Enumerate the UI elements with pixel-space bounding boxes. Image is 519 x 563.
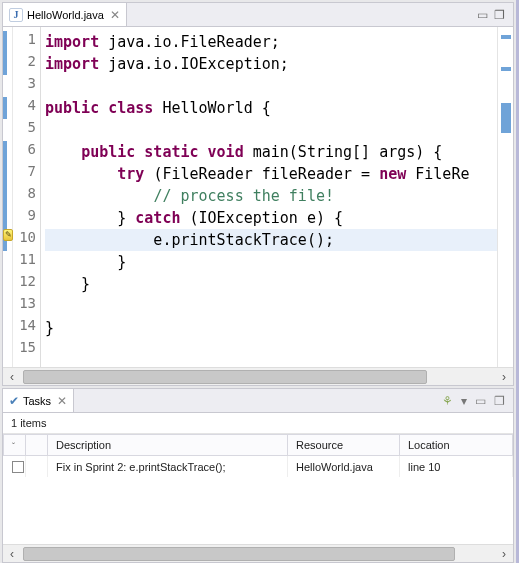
code-line[interactable]: } bbox=[45, 251, 497, 273]
line-number-gutter[interactable]: 123456789101112131415 bbox=[13, 27, 41, 367]
minimize-icon[interactable]: ▭ bbox=[475, 394, 486, 408]
tasks-horizontal-scrollbar[interactable]: ‹ › bbox=[3, 544, 513, 562]
overview-ruler[interactable] bbox=[497, 27, 513, 367]
close-icon[interactable]: ✕ bbox=[55, 394, 67, 408]
column-header-complete[interactable]: ˇ bbox=[4, 435, 26, 456]
line-number[interactable]: 10 bbox=[13, 229, 36, 251]
scroll-right-icon[interactable]: › bbox=[495, 547, 513, 561]
marker-strip[interactable]: ✎ bbox=[3, 27, 13, 367]
scroll-thumb[interactable] bbox=[23, 547, 455, 561]
line-number[interactable]: 2 bbox=[13, 53, 36, 75]
column-header-location[interactable]: Location bbox=[400, 435, 513, 456]
code-area[interactable]: import java.io.FileReader;import java.io… bbox=[41, 27, 497, 367]
checkbox[interactable] bbox=[12, 461, 24, 473]
editor-tab-label: HelloWorld.java bbox=[27, 9, 104, 21]
cell-location: line 10 bbox=[400, 456, 513, 478]
table-header-row: ˇ Description Resource Location bbox=[4, 435, 513, 456]
column-header-resource[interactable]: Resource bbox=[288, 435, 400, 456]
minimize-icon[interactable]: ▭ bbox=[477, 8, 488, 22]
cell-description: Fix in Sprint 2: e.printStackTrace(); bbox=[48, 456, 288, 478]
editor-horizontal-scrollbar[interactable]: ‹ › bbox=[3, 367, 513, 385]
code-line[interactable]: } bbox=[45, 273, 497, 295]
tasks-toolbar: ⚘ ▾ ▭ ❐ bbox=[434, 394, 513, 408]
tasks-pane: ✔ Tasks ✕ ⚘ ▾ ▭ ❐ 1 items ˇ Description … bbox=[2, 388, 514, 563]
code-line[interactable] bbox=[45, 295, 497, 317]
editor-toolbar: ▭ ❐ bbox=[469, 8, 513, 22]
editor-pane: J HelloWorld.java ✕ ▭ ❐ ✎ 12345678910111… bbox=[2, 2, 514, 386]
scroll-left-icon[interactable]: ‹ bbox=[3, 370, 21, 384]
line-number[interactable]: 9 bbox=[13, 207, 36, 229]
cell-priority bbox=[26, 456, 48, 478]
line-number[interactable]: 1 bbox=[13, 31, 36, 53]
cell-complete[interactable] bbox=[4, 456, 26, 478]
column-header-priority[interactable] bbox=[26, 435, 48, 456]
column-header-description[interactable]: Description bbox=[48, 435, 288, 456]
maximize-icon[interactable]: ❐ bbox=[494, 8, 505, 22]
tasks-tab[interactable]: ✔ Tasks ✕ bbox=[3, 389, 74, 412]
line-number[interactable]: 6 bbox=[13, 141, 36, 163]
task-marker-icon[interactable]: ✎ bbox=[3, 229, 13, 241]
cell-resource: HelloWorld.java bbox=[288, 456, 400, 478]
scroll-track[interactable] bbox=[23, 547, 493, 561]
line-number[interactable]: 12 bbox=[13, 273, 36, 295]
code-line[interactable]: try (FileReader fileReader = new FileRe bbox=[45, 163, 497, 185]
line-number[interactable]: 14 bbox=[13, 317, 36, 339]
tasks-count: 1 items bbox=[3, 413, 513, 434]
java-file-icon: J bbox=[9, 8, 23, 22]
code-line[interactable]: public class HelloWorld { bbox=[45, 97, 497, 119]
line-number[interactable]: 5 bbox=[13, 119, 36, 141]
code-line[interactable]: import java.io.FileReader; bbox=[45, 31, 497, 53]
tasks-table: ˇ Description Resource Location Fix in S… bbox=[3, 434, 513, 477]
code-line[interactable]: import java.io.IOException; bbox=[45, 53, 497, 75]
line-number[interactable]: 13 bbox=[13, 295, 36, 317]
code-line[interactable] bbox=[45, 339, 497, 361]
editor-body: ✎ 123456789101112131415 import java.io.F… bbox=[3, 27, 513, 367]
view-menu-icon[interactable]: ▾ bbox=[461, 394, 467, 408]
line-number[interactable]: 4 bbox=[13, 97, 36, 119]
tasks-tab-label: Tasks bbox=[23, 395, 51, 407]
tasks-icon: ✔ bbox=[9, 394, 19, 408]
editor-tab-helloworld[interactable]: J HelloWorld.java ✕ bbox=[3, 3, 127, 26]
line-number[interactable]: 7 bbox=[13, 163, 36, 185]
scroll-left-icon[interactable]: ‹ bbox=[3, 547, 21, 561]
code-line[interactable]: // process the file! bbox=[45, 185, 497, 207]
maximize-icon[interactable]: ❐ bbox=[494, 394, 505, 408]
close-icon[interactable]: ✕ bbox=[108, 8, 120, 22]
tasks-body: 1 items ˇ Description Resource Location … bbox=[3, 413, 513, 544]
code-line[interactable]: e.printStackTrace(); bbox=[45, 229, 497, 251]
scroll-track[interactable] bbox=[23, 370, 493, 384]
code-line[interactable]: } bbox=[45, 317, 497, 339]
code-line[interactable]: public static void main(String[] args) { bbox=[45, 141, 497, 163]
tasks-tab-row: ✔ Tasks ✕ ⚘ ▾ ▭ ❐ bbox=[3, 389, 513, 413]
line-number[interactable]: 8 bbox=[13, 185, 36, 207]
code-line[interactable] bbox=[45, 119, 497, 141]
scroll-thumb[interactable] bbox=[23, 370, 427, 384]
editor-tab-row: J HelloWorld.java ✕ ▭ ❐ bbox=[3, 3, 513, 27]
code-line[interactable] bbox=[45, 75, 497, 97]
filter-icon[interactable]: ⚘ bbox=[442, 394, 453, 408]
sort-icon: ˇ bbox=[12, 441, 15, 451]
line-number[interactable]: 3 bbox=[13, 75, 36, 97]
code-line[interactable]: } catch (IOException e) { bbox=[45, 207, 497, 229]
line-number[interactable]: 11 bbox=[13, 251, 36, 273]
table-row[interactable]: Fix in Sprint 2: e.printStackTrace(); He… bbox=[4, 456, 513, 478]
scroll-right-icon[interactable]: › bbox=[495, 370, 513, 384]
line-number[interactable]: 15 bbox=[13, 339, 36, 361]
